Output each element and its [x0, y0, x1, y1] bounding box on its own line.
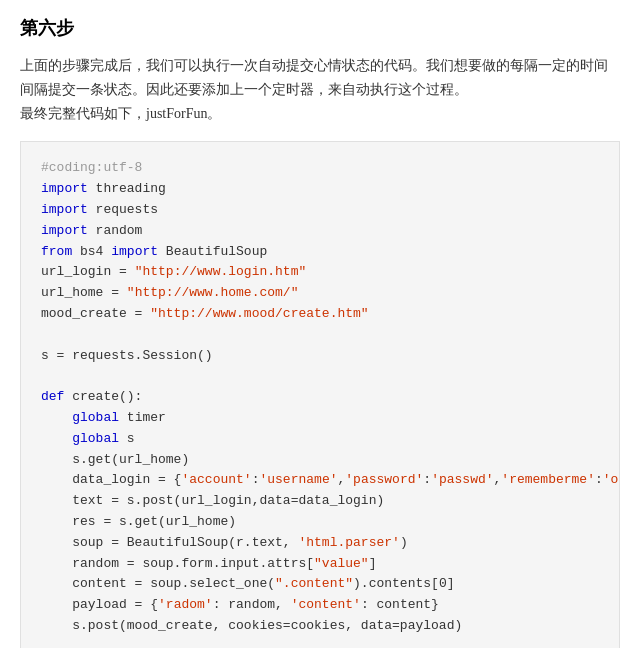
- code-line-blank1: [41, 325, 599, 346]
- code-line-16: soup = BeautifulSoup(r.text, 'html.parse…: [41, 533, 599, 554]
- code-line-12: s.get(url_home): [41, 450, 599, 471]
- code-line-13: data_login = {'account':'username','pass…: [41, 470, 599, 491]
- page-title: 第六步: [20, 16, 620, 40]
- code-line-11: global s: [41, 429, 599, 450]
- code-line-4: from bs4 import BeautifulSoup: [41, 242, 599, 263]
- code-block: #coding:utf-8 import threading import re…: [20, 141, 620, 648]
- code-line-7: mood_create = "http://www.mood/create.ht…: [41, 304, 599, 325]
- code-line-comment: #coding:utf-8: [41, 158, 599, 179]
- code-line-blank2: [41, 366, 599, 387]
- code-line-2: import requests: [41, 200, 599, 221]
- code-line-5: url_login = "http://www.login.htm": [41, 262, 599, 283]
- intro-line1: 上面的步骤完成后，我们可以执行一次自动提交心情状态的代码。我们想要做的每隔一定的…: [20, 58, 608, 97]
- code-line-blank3: [41, 637, 599, 648]
- code-line-9: def create():: [41, 387, 599, 408]
- code-line-14: text = s.post(url_login,data=data_login): [41, 491, 599, 512]
- intro-line2: 最终完整代码如下，justForFun。: [20, 106, 221, 121]
- code-line-19: payload = {'radom': random, 'content': c…: [41, 595, 599, 616]
- code-line-18: content = soup.select_one(".content").co…: [41, 574, 599, 595]
- code-line-10: global timer: [41, 408, 599, 429]
- code-line-15: res = s.get(url_home): [41, 512, 599, 533]
- code-line-20: s.post(mood_create, cookies=cookies, dat…: [41, 616, 599, 637]
- code-line-8: s = requests.Session(): [41, 346, 599, 367]
- code-line-6: url_home = "http://www.home.com/": [41, 283, 599, 304]
- code-line-17: random = soup.form.input.attrs["value"]: [41, 554, 599, 575]
- intro-text: 上面的步骤完成后，我们可以执行一次自动提交心情状态的代码。我们想要做的每隔一定的…: [20, 54, 620, 125]
- page-container: 第六步 上面的步骤完成后，我们可以执行一次自动提交心情状态的代码。我们想要做的每…: [0, 0, 640, 648]
- code-line-3: import random: [41, 221, 599, 242]
- code-line-1: import threading: [41, 179, 599, 200]
